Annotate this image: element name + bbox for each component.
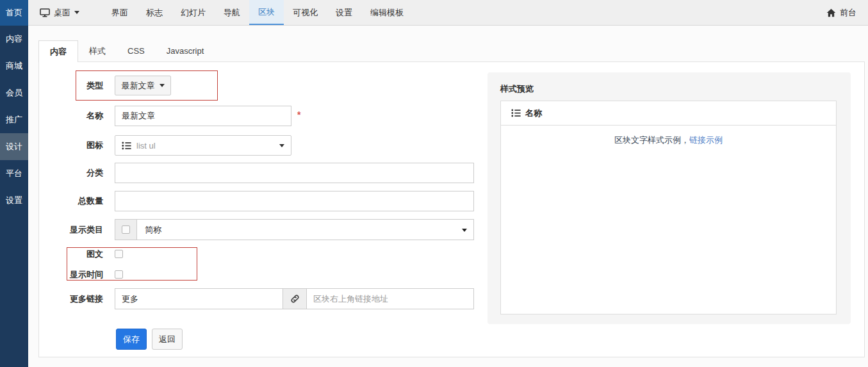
sample-link[interactable]: 链接示例 xyxy=(689,135,723,145)
sidebar-item-mall[interactable]: 商城 xyxy=(0,53,28,79)
total-input[interactable] xyxy=(115,191,474,211)
main-area: 内容 样式 CSS Javascript 类型 最新文章 名称 * 图标 xyxy=(28,26,868,367)
icon-picker[interactable]: list ul xyxy=(115,135,291,156)
tab-css[interactable]: CSS xyxy=(117,40,156,61)
name-input[interactable] xyxy=(115,106,291,126)
monitor-icon xyxy=(40,8,50,17)
sidebar: 首页 内容 商城 会员 推广 设计 平台 设置 xyxy=(0,0,28,367)
desktop-dropdown-label: 桌面 xyxy=(54,7,70,19)
icon-picker-value: list ul xyxy=(136,141,156,151)
link-icon xyxy=(290,294,300,304)
style-preview-body: 区块文字样式示例，链接示例 xyxy=(501,126,836,146)
tab-bar: 内容 样式 CSS Javascript xyxy=(38,40,215,62)
type-dropdown-button[interactable]: 最新文章 xyxy=(115,76,171,95)
top-menu-logo[interactable]: 标志 xyxy=(137,0,172,25)
top-menu-interface[interactable]: 界面 xyxy=(102,0,137,25)
top-menu-settings[interactable]: 设置 xyxy=(327,0,361,25)
tab-content[interactable]: 内容 xyxy=(38,40,78,62)
sidebar-item-platform[interactable]: 平台 xyxy=(0,160,28,187)
show-time-checkbox[interactable] xyxy=(115,270,123,279)
caret-down-icon xyxy=(462,229,467,232)
show-time-label: 显示时间 xyxy=(39,270,103,279)
list-ul-icon xyxy=(511,109,521,117)
front-site-link[interactable]: 前台 xyxy=(815,0,868,25)
display-category-select[interactable]: 简称 xyxy=(136,219,474,240)
sidebar-item-members[interactable]: 会员 xyxy=(0,79,28,106)
top-menu-edit-template[interactable]: 编辑模板 xyxy=(361,0,413,25)
top-menu-visualization[interactable]: 可视化 xyxy=(284,0,327,25)
tab-style[interactable]: 样式 xyxy=(78,40,117,61)
back-button[interactable]: 返回 xyxy=(152,329,183,350)
category-label: 分类 xyxy=(39,163,103,183)
tab-javascript[interactable]: Javascript xyxy=(156,40,215,61)
content-panel: 类型 最新文章 名称 * 图标 list ul 分类 总数量 xyxy=(38,61,865,357)
sidebar-item-home[interactable]: 首页 xyxy=(0,0,28,26)
sidebar-item-design[interactable]: 设计 xyxy=(0,133,28,160)
icon-label: 图标 xyxy=(39,135,103,156)
style-preview-box-title: 名称 xyxy=(525,108,542,119)
category-input[interactable] xyxy=(115,163,474,183)
type-label: 类型 xyxy=(39,76,103,95)
sidebar-item-content[interactable]: 内容 xyxy=(0,26,28,53)
home-icon xyxy=(826,8,836,17)
app-screen: 首页 内容 商城 会员 推广 设计 平台 设置 桌面 界面 标志 幻灯片 导航 … xyxy=(0,0,868,367)
more-link-addon xyxy=(283,288,307,309)
display-category-select-value: 简称 xyxy=(137,220,473,240)
style-preview-title: 样式预览 xyxy=(500,83,534,95)
top-menu: 界面 标志 幻灯片 导航 区块 可视化 设置 编辑模板 xyxy=(102,0,413,25)
save-button[interactable]: 保存 xyxy=(116,329,147,350)
type-dropdown-value: 最新文章 xyxy=(122,80,155,92)
display-category-checkbox[interactable] xyxy=(122,225,130,234)
style-preview-header: 名称 xyxy=(501,101,836,126)
more-link-text-input[interactable] xyxy=(115,288,283,309)
display-category-checkbox-addon xyxy=(115,219,137,240)
more-link-url-input[interactable] xyxy=(306,288,474,309)
caret-down-icon xyxy=(160,84,165,87)
top-menu-slides[interactable]: 幻灯片 xyxy=(172,0,215,25)
topbar: 桌面 界面 标志 幻灯片 导航 区块 可视化 设置 编辑模板 前台 xyxy=(28,0,868,26)
display-category-label: 显示类目 xyxy=(39,219,103,240)
list-ul-icon xyxy=(122,142,131,150)
image-text-label: 图文 xyxy=(39,250,103,259)
sidebar-item-settings[interactable]: 设置 xyxy=(0,187,28,214)
style-preview-panel: 样式预览 名称 区块文字样式示例，链接示例 xyxy=(487,72,851,324)
required-asterisk: * xyxy=(297,110,300,120)
top-menu-blocks[interactable]: 区块 xyxy=(249,0,284,25)
caret-down-icon xyxy=(74,11,79,14)
name-label: 名称 xyxy=(39,106,103,126)
top-menu-navigation[interactable]: 导航 xyxy=(215,0,249,25)
image-text-checkbox[interactable] xyxy=(115,250,123,258)
style-preview-box: 名称 区块文字样式示例，链接示例 xyxy=(500,101,837,314)
total-label: 总数量 xyxy=(39,191,103,211)
more-link-label: 更多链接 xyxy=(39,288,103,309)
caret-down-icon xyxy=(279,144,284,147)
desktop-dropdown[interactable]: 桌面 xyxy=(28,0,91,25)
sidebar-item-promotion[interactable]: 推广 xyxy=(0,106,28,133)
front-site-label: 前台 xyxy=(840,7,856,19)
sample-text: 区块文字样式示例， xyxy=(614,135,689,145)
